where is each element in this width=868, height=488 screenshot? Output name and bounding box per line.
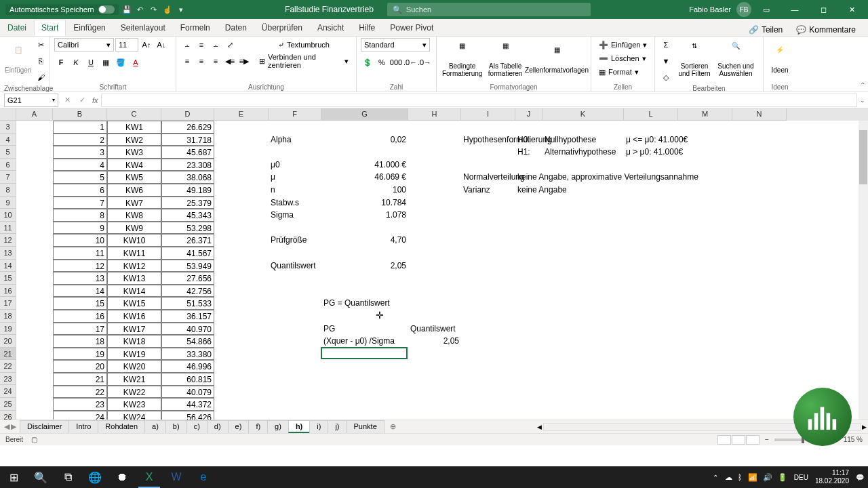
cell-D13[interactable]: 41.567 (161, 247, 214, 260)
cell-D16[interactable]: 42.756 (161, 285, 214, 298)
ribbon-mode-icon[interactable]: ▭ (753, 0, 780, 19)
align-top-icon[interactable]: ⫠ (180, 38, 194, 52)
row-header-4[interactable]: 4 (0, 134, 16, 146)
cell-D24[interactable]: 40.079 (161, 386, 214, 399)
cell-B8[interactable]: 6 (53, 184, 107, 197)
row-header-21[interactable]: 21 (0, 348, 16, 361)
row-header-20[interactable]: 20 (0, 335, 16, 348)
cell-C3[interactable]: KW1 (107, 121, 161, 134)
indent-dec-icon[interactable]: ◀≡ (223, 54, 237, 68)
vertical-scrollbar[interactable] (859, 121, 868, 420)
cell-J7[interactable]: keine Angabe, approximative Verteilungsa… (515, 171, 542, 184)
cell-B22[interactable]: 20 (53, 360, 107, 373)
sheet-tab-j[interactable]: j) (328, 420, 347, 433)
cell-D15[interactable]: 27.656 (161, 272, 214, 285)
sort-filter-button[interactable]: ⇅Sortieren und Filtern (675, 38, 714, 80)
sheet-tab-i[interactable]: i) (309, 420, 328, 433)
save-icon[interactable]: 💾 (121, 4, 132, 15)
cell-C6[interactable]: KW4 (107, 159, 161, 171)
cell-G10[interactable]: 1.078 (321, 209, 408, 222)
cell-B4[interactable]: 2 (53, 134, 107, 146)
expand-formula-icon[interactable]: ⌄ (857, 97, 868, 104)
clock[interactable]: 11:1718.02.2020 (815, 469, 849, 485)
cell-C24[interactable]: KW22 (107, 386, 161, 399)
cell-B19[interactable]: 17 (53, 323, 107, 336)
cell-C19[interactable]: KW17 (107, 323, 161, 336)
format-as-table-button[interactable]: ▦Als Tabelle formatieren (486, 38, 525, 80)
cell-C15[interactable]: KW13 (107, 272, 161, 285)
merge-button[interactable]: ⊞ Verbinden und zentrieren ▾ (256, 54, 352, 68)
sheet-nav-next-icon[interactable]: ▶ (11, 422, 16, 431)
cell-B7[interactable]: 5 (53, 171, 107, 184)
align-bottom-icon[interactable]: ⫠ (209, 38, 222, 52)
border-icon[interactable]: ▦ (99, 56, 113, 69)
tab-data[interactable]: Daten (218, 20, 254, 36)
cell-F7[interactable]: μ (269, 171, 321, 184)
qat-more-icon[interactable]: ▾ (176, 4, 186, 15)
cell-B9[interactable]: 7 (53, 197, 107, 209)
cell-C22[interactable]: KW20 (107, 360, 161, 373)
cell-I7[interactable]: Normalverteilung (461, 171, 515, 184)
cell-D21[interactable]: 33.380 (161, 348, 214, 361)
toggle-switch[interactable] (98, 5, 115, 14)
row-header-18[interactable]: 18 (0, 310, 16, 323)
touch-icon[interactable]: ☝ (162, 4, 173, 15)
view-break-icon[interactable] (746, 435, 760, 445)
minimize-icon[interactable]: — (781, 0, 808, 19)
thousands-icon[interactable]: 000 (389, 56, 403, 69)
row-header-26[interactable]: 26 (0, 411, 16, 420)
cell-D6[interactable]: 23.308 (161, 159, 214, 171)
row-header-23[interactable]: 23 (0, 373, 16, 386)
notifications-icon[interactable]: 💬 (856, 474, 864, 481)
cell-B17[interactable]: 15 (53, 297, 107, 310)
cell-B6[interactable]: 4 (53, 159, 107, 171)
sheet-tab-b[interactable]: b) (165, 420, 187, 433)
paste-button[interactable]: 📋 Einfügen (4, 38, 32, 80)
search-input[interactable] (406, 5, 585, 14)
col-header-K[interactable]: K (542, 108, 624, 121)
indent-inc-icon[interactable]: ≡▶ (237, 54, 251, 68)
cell-C16[interactable]: KW14 (107, 285, 161, 298)
cell-B12[interactable]: 10 (53, 234, 107, 247)
cell-D25[interactable]: 44.372 (161, 398, 214, 411)
bluetooth-icon[interactable]: ᛒ (738, 473, 743, 482)
sheet-tab-h[interactable]: h) (288, 420, 310, 433)
delete-cells-button[interactable]: ➖ Löschen ▾ (595, 52, 654, 65)
cell-H19[interactable]: Quantilswert (408, 323, 461, 336)
col-header-E[interactable]: E (214, 108, 269, 121)
wrap-text-button[interactable]: ⤶ Textumbruch (256, 38, 352, 52)
tab-help[interactable]: Hilfe (351, 20, 382, 36)
cell-K4[interactable]: Nullhypothese (542, 134, 624, 146)
cell-C26[interactable]: KW24 (107, 411, 161, 420)
cell-B3[interactable]: 1 (53, 121, 107, 134)
font-color-icon[interactable]: A (129, 56, 142, 69)
cell-B13[interactable]: 11 (53, 247, 107, 260)
cell-I4[interactable]: Hypothesenformulierung (461, 134, 515, 146)
row-header-10[interactable]: 10 (0, 209, 16, 222)
cell-D18[interactable]: 36.157 (161, 310, 214, 323)
col-header-I[interactable]: I (461, 108, 515, 121)
cell-F4[interactable]: Alpha (269, 134, 321, 146)
volume-icon[interactable]: 🔊 (763, 473, 772, 482)
align-right-icon[interactable]: ≡ (209, 54, 222, 68)
copy-icon[interactable]: ⎘ (34, 54, 47, 68)
onedrive-icon[interactable]: ☁ (725, 473, 732, 482)
cell-F6[interactable]: μ0 (269, 159, 321, 171)
battery-icon[interactable]: 🔋 (778, 473, 787, 482)
tab-file[interactable]: Datei (0, 20, 34, 36)
cell-D20[interactable]: 54.866 (161, 335, 214, 348)
col-header-M[interactable]: M (678, 108, 732, 121)
sheet-tab-d[interactable]: d) (207, 420, 229, 433)
col-header-C[interactable]: C (107, 108, 161, 121)
sheet-tab-g[interactable]: g) (267, 420, 289, 433)
cell-C17[interactable]: KW15 (107, 297, 161, 310)
cell-G14[interactable]: 2,05 (321, 260, 408, 272)
font-size-combo[interactable]: 11 (115, 38, 138, 52)
tray-chevron-icon[interactable]: ⌃ (713, 474, 718, 481)
col-header-N[interactable]: N (732, 108, 787, 121)
cell-D26[interactable]: 56.426 (161, 411, 214, 420)
cell-D9[interactable]: 25.379 (161, 197, 214, 209)
cell-B24[interactable]: 22 (53, 386, 107, 399)
bold-icon[interactable]: F (54, 56, 68, 69)
start-menu-icon[interactable]: ⊞ (0, 466, 27, 488)
